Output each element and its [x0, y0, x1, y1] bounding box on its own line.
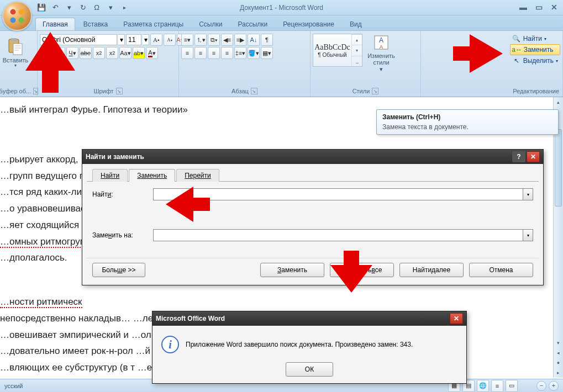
svg-text:A: A [380, 44, 383, 50]
close-button[interactable]: ✕ [549, 2, 560, 12]
msgbox-titlebar[interactable]: Microsoft Office Word ✕ [152, 311, 466, 326]
numbering-button[interactable]: ⒈▾ [194, 34, 207, 46]
minimize-button[interactable]: ▬ [518, 2, 529, 12]
font-color-button[interactable]: A▾ [146, 47, 158, 59]
select-button[interactable]: ↖ Выделить▾ [510, 56, 560, 66]
replace-button[interactable]: a↔ Заменить [510, 44, 560, 55]
superscript-button[interactable]: x2 [106, 47, 118, 59]
status-language[interactable]: усский [0, 383, 27, 389]
font-size-select[interactable]: 11 [126, 34, 141, 45]
tab-view[interactable]: Вид [343, 18, 369, 30]
red-arrow-annotation [453, 34, 503, 84]
gallery-up[interactable]: ▴ [352, 34, 362, 45]
indent-dec-button[interactable]: ◀≡ [221, 34, 233, 46]
show-marks-button[interactable]: ¶ [261, 34, 273, 46]
align-left-button[interactable]: ≡ [181, 47, 193, 59]
highlight-button[interactable]: ab▾ [133, 47, 145, 59]
shading-button[interactable]: 🪣▾ [248, 47, 260, 59]
svg-marker-10 [25, 32, 75, 93]
dlg-tab-find[interactable]: Найти [92, 169, 128, 182]
svg-point-0 [10, 9, 16, 15]
change-case-button[interactable]: Aa▾ [119, 47, 131, 59]
view-web[interactable]: 🌐 [477, 380, 489, 392]
gallery-more[interactable]: ⎯ [352, 56, 362, 66]
tab-pagelayout[interactable]: Разметка страницы [116, 18, 191, 30]
paste-icon [7, 38, 24, 56]
maximize-button[interactable]: ▭ [533, 2, 544, 12]
dlg-tab-goto[interactable]: Перейти [176, 169, 219, 182]
tab-review[interactable]: Рецензирование [276, 18, 341, 30]
svg-marker-11 [453, 34, 503, 73]
undo-button[interactable]: ↶ [49, 2, 61, 14]
msgbox-title: Microsoft Office Word [156, 315, 225, 322]
dlg-tab-replace[interactable]: Заменить [129, 169, 175, 182]
tab-references[interactable]: Ссылки [192, 18, 229, 30]
tooltip-body: Замена текста в документе. [382, 123, 553, 131]
find-history-dropdown[interactable]: ▾ [523, 188, 533, 200]
dialog-titlebar[interactable]: Найти и заменить ? ✕ [82, 150, 543, 164]
strikethrough-button[interactable]: abe [80, 47, 92, 59]
line-spacing-button[interactable]: ‡≡▾ [234, 47, 246, 59]
vertical-scrollbar[interactable]: ▴ ▾ ◂ ● ▸ [553, 97, 563, 378]
change-styles-button[interactable]: AA Изменить стили▾ [364, 34, 398, 72]
bullets-button[interactable]: ≡▾ [181, 34, 193, 46]
replace-input[interactable] [153, 229, 523, 241]
style-normal[interactable]: AaBbCcDc ¶ Обычный [313, 34, 352, 66]
qat-expand-button[interactable]: ▸ [118, 2, 130, 14]
prev-page-button[interactable]: ◂ [554, 348, 563, 358]
office-button[interactable] [2, 1, 32, 31]
scroll-thumb[interactable] [555, 129, 562, 206]
replace-label: Заменить на: [92, 231, 153, 239]
tab-insert[interactable]: Вставка [76, 18, 115, 30]
borders-button[interactable]: ▦▾ [261, 47, 273, 59]
dialog-tabs: Найти Заменить Перейти [87, 168, 539, 182]
more-button[interactable]: Больше >> [92, 263, 145, 277]
symbol-button[interactable]: Ω [91, 2, 103, 14]
font-size-dropdown[interactable]: ▾ [143, 34, 149, 45]
zoom-in-button[interactable]: + [549, 381, 559, 391]
gallery-down[interactable]: ▾ [352, 45, 362, 55]
qat-more-button[interactable]: ▾ [63, 2, 75, 14]
dialog-help-button[interactable]: ? [512, 151, 525, 162]
view-outline[interactable]: ≡ [491, 380, 503, 392]
scroll-down-button[interactable]: ▾ [554, 338, 563, 348]
sort-button[interactable]: A↓ [248, 34, 260, 46]
scroll-up-button[interactable]: ▴ [554, 97, 563, 107]
editing-group-label: Редактирование [513, 88, 559, 94]
messagebox: Microsoft Office Word ✕ i Приложение Wor… [152, 311, 467, 384]
tab-home[interactable]: Главная [35, 18, 75, 30]
indent-inc-button[interactable]: ≡▶ [234, 34, 246, 46]
styles-gallery[interactable]: AaBbCcDc ¶ Обычный ▴ ▾ ⎯ [313, 34, 362, 67]
cancel-button[interactable]: Отмена [469, 263, 533, 277]
grow-font-button[interactable]: A▴ [150, 34, 162, 46]
find-next-button[interactable]: Найти далее [399, 263, 464, 277]
svg-marker-12 [166, 187, 210, 222]
replace-one-button[interactable]: Заменить [260, 263, 324, 277]
font-family-dropdown[interactable]: ▾ [118, 34, 125, 45]
next-page-button[interactable]: ▸ [554, 368, 563, 378]
save-button[interactable]: 💾 [35, 2, 48, 14]
multilevel-button[interactable]: ⧉▾ [208, 34, 220, 46]
replace-history-dropdown[interactable]: ▾ [523, 229, 533, 241]
font-launcher[interactable]: ↘ [116, 88, 123, 94]
zoom-out-button[interactable]: − [536, 381, 546, 391]
subscript-button[interactable]: x2 [93, 47, 105, 59]
justify-button[interactable]: ≡ [221, 47, 233, 59]
tab-mailings[interactable]: Рассылки [230, 18, 275, 30]
paste-button[interactable]: Вставить▾ [2, 34, 29, 72]
align-center-button[interactable]: ≡ [194, 47, 207, 59]
view-draft[interactable]: ▭ [506, 380, 518, 392]
browse-object-button[interactable]: ● [554, 358, 563, 368]
qat-customize-button[interactable]: ▾ [104, 2, 117, 14]
msgbox-close-button[interactable]: ✕ [450, 313, 463, 324]
ok-button[interactable]: ОК [286, 362, 333, 377]
shrink-font-button[interactable]: A▾ [164, 34, 176, 46]
redo-button[interactable]: ↻ [77, 2, 89, 14]
find-button[interactable]: 🔍 Найти▾ [510, 34, 560, 44]
replace-tooltip: Заменить (Ctrl+H) Замена текста в докуме… [376, 109, 559, 135]
align-right-button[interactable]: ≡ [208, 47, 220, 59]
styles-launcher[interactable]: ↘ [372, 88, 378, 94]
dialog-close-button[interactable]: ✕ [527, 151, 540, 162]
para-launcher[interactable]: ↘ [251, 88, 257, 94]
red-arrow-annotation [25, 32, 75, 93]
